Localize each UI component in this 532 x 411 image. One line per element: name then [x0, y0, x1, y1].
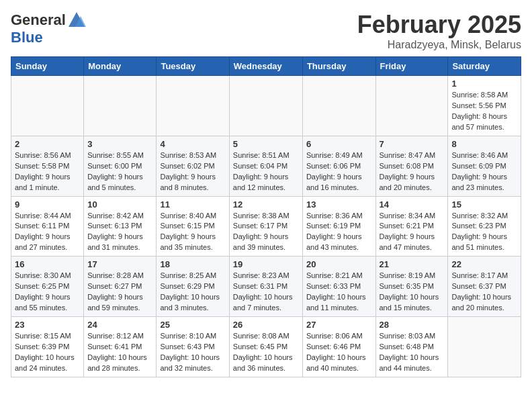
day-info: Sunrise: 8:34 AM Sunset: 6:21 PM Dayligh… [380, 211, 445, 254]
weekday-header: Wednesday [229, 57, 302, 76]
day-number: 19 [233, 259, 299, 269]
logo: General Blue [11, 11, 86, 46]
calendar-header-row: SundayMondayTuesdayWednesdayThursdayFrid… [11, 57, 521, 76]
day-number: 28 [380, 320, 445, 330]
day-info: Sunrise: 8:30 AM Sunset: 6:25 PM Dayligh… [15, 271, 80, 314]
day-info: Sunrise: 8:42 AM Sunset: 6:13 PM Dayligh… [87, 211, 152, 254]
day-number: 1 [451, 79, 517, 89]
day-number: 10 [87, 199, 152, 210]
weekday-header: Thursday [302, 57, 375, 76]
page-header: General Blue February 2025 Haradzyeya, M… [11, 11, 521, 51]
calendar-cell: 10Sunrise: 8:42 AM Sunset: 6:13 PM Dayli… [84, 196, 157, 257]
day-number: 20 [306, 259, 372, 269]
day-number: 4 [160, 139, 225, 149]
calendar-cell: 8Sunrise: 8:46 AM Sunset: 6:09 PM Daylig… [448, 136, 521, 196]
calendar-cell: 27Sunrise: 8:06 AM Sunset: 6:46 PM Dayli… [302, 317, 375, 377]
calendar-cell [11, 76, 84, 136]
day-info: Sunrise: 8:06 AM Sunset: 6:46 PM Dayligh… [306, 331, 372, 374]
day-info: Sunrise: 8:21 AM Sunset: 6:33 PM Dayligh… [306, 271, 372, 314]
day-info: Sunrise: 8:49 AM Sunset: 6:06 PM Dayligh… [306, 150, 372, 193]
calendar-cell: 15Sunrise: 8:32 AM Sunset: 6:23 PM Dayli… [448, 196, 521, 257]
day-info: Sunrise: 8:17 AM Sunset: 6:37 PM Dayligh… [451, 271, 517, 314]
calendar-cell: 13Sunrise: 8:36 AM Sunset: 6:19 PM Dayli… [302, 196, 375, 257]
calendar-week-row: 1Sunrise: 8:58 AM Sunset: 5:56 PM Daylig… [11, 76, 521, 136]
day-info: Sunrise: 8:55 AM Sunset: 6:00 PM Dayligh… [87, 150, 152, 193]
day-info: Sunrise: 8:46 AM Sunset: 6:09 PM Dayligh… [451, 150, 517, 193]
calendar-cell: 17Sunrise: 8:28 AM Sunset: 6:27 PM Dayli… [84, 257, 157, 317]
day-info: Sunrise: 8:28 AM Sunset: 6:27 PM Dayligh… [87, 271, 152, 314]
day-info: Sunrise: 8:12 AM Sunset: 6:41 PM Dayligh… [87, 331, 152, 374]
calendar-cell: 20Sunrise: 8:21 AM Sunset: 6:33 PM Dayli… [302, 257, 375, 317]
day-number: 15 [451, 199, 517, 210]
logo-general-text: General [11, 12, 66, 28]
day-info: Sunrise: 8:36 AM Sunset: 6:19 PM Dayligh… [306, 211, 372, 254]
calendar-cell [157, 76, 229, 136]
calendar-cell: 24Sunrise: 8:12 AM Sunset: 6:41 PM Dayli… [84, 317, 157, 377]
day-info: Sunrise: 8:40 AM Sunset: 6:15 PM Dayligh… [160, 211, 225, 254]
day-info: Sunrise: 8:53 AM Sunset: 6:02 PM Dayligh… [160, 150, 225, 193]
calendar-cell: 21Sunrise: 8:19 AM Sunset: 6:35 PM Dayli… [375, 257, 448, 317]
calendar-cell: 5Sunrise: 8:51 AM Sunset: 6:04 PM Daylig… [229, 136, 302, 196]
day-info: Sunrise: 8:15 AM Sunset: 6:39 PM Dayligh… [15, 331, 80, 374]
calendar-cell: 25Sunrise: 8:10 AM Sunset: 6:43 PM Dayli… [157, 317, 229, 377]
day-number: 8 [451, 139, 517, 149]
calendar-cell: 6Sunrise: 8:49 AM Sunset: 6:06 PM Daylig… [302, 136, 375, 196]
day-info: Sunrise: 8:47 AM Sunset: 6:08 PM Dayligh… [380, 150, 445, 193]
day-number: 6 [306, 139, 372, 149]
calendar-table: SundayMondayTuesdayWednesdayThursdayFrid… [11, 56, 521, 377]
calendar-cell: 9Sunrise: 8:44 AM Sunset: 6:11 PM Daylig… [11, 196, 84, 257]
calendar-week-row: 9Sunrise: 8:44 AM Sunset: 6:11 PM Daylig… [11, 196, 521, 257]
day-number: 24 [87, 320, 152, 330]
day-number: 2 [15, 139, 80, 149]
day-number: 11 [160, 199, 225, 210]
calendar-cell: 23Sunrise: 8:15 AM Sunset: 6:39 PM Dayli… [11, 317, 84, 377]
title-block: February 2025 Haradzyeya, Minsk, Belarus [357, 11, 521, 51]
day-number: 17 [87, 259, 152, 269]
calendar-cell: 19Sunrise: 8:23 AM Sunset: 6:31 PM Dayli… [229, 257, 302, 317]
weekday-header: Tuesday [157, 57, 229, 76]
calendar-cell: 2Sunrise: 8:56 AM Sunset: 5:58 PM Daylig… [11, 136, 84, 196]
calendar-cell: 7Sunrise: 8:47 AM Sunset: 6:08 PM Daylig… [375, 136, 448, 196]
day-number: 21 [380, 259, 445, 269]
calendar-week-row: 23Sunrise: 8:15 AM Sunset: 6:39 PM Dayli… [11, 317, 521, 377]
day-info: Sunrise: 8:32 AM Sunset: 6:23 PM Dayligh… [451, 211, 517, 254]
day-number: 13 [306, 199, 372, 210]
calendar-cell: 16Sunrise: 8:30 AM Sunset: 6:25 PM Dayli… [11, 257, 84, 317]
day-info: Sunrise: 8:58 AM Sunset: 5:56 PM Dayligh… [451, 90, 517, 133]
day-number: 16 [15, 259, 80, 269]
day-info: Sunrise: 8:08 AM Sunset: 6:45 PM Dayligh… [233, 331, 299, 374]
day-number: 26 [233, 320, 299, 330]
weekday-header: Saturday [448, 57, 521, 76]
weekday-header: Friday [375, 57, 448, 76]
day-info: Sunrise: 8:03 AM Sunset: 6:48 PM Dayligh… [380, 331, 445, 374]
day-info: Sunrise: 8:51 AM Sunset: 6:04 PM Dayligh… [233, 150, 299, 193]
location-subtitle: Haradzyeya, Minsk, Belarus [357, 39, 521, 51]
day-number: 23 [15, 320, 80, 330]
logo-icon [67, 11, 86, 30]
logo-blue-text: Blue [11, 30, 86, 46]
weekday-header: Monday [84, 57, 157, 76]
calendar-cell: 28Sunrise: 8:03 AM Sunset: 6:48 PM Dayli… [375, 317, 448, 377]
day-number: 27 [306, 320, 372, 330]
calendar-cell [375, 76, 448, 136]
day-number: 25 [160, 320, 225, 330]
day-info: Sunrise: 8:44 AM Sunset: 6:11 PM Dayligh… [15, 211, 80, 254]
day-number: 22 [451, 259, 517, 269]
day-info: Sunrise: 8:19 AM Sunset: 6:35 PM Dayligh… [380, 271, 445, 314]
day-number: 14 [380, 199, 445, 210]
calendar-cell [302, 76, 375, 136]
month-title: February 2025 [357, 11, 521, 39]
day-number: 3 [87, 139, 152, 149]
calendar-cell: 22Sunrise: 8:17 AM Sunset: 6:37 PM Dayli… [448, 257, 521, 317]
day-number: 9 [15, 199, 80, 210]
day-number: 7 [380, 139, 445, 149]
day-info: Sunrise: 8:38 AM Sunset: 6:17 PM Dayligh… [233, 211, 299, 254]
calendar-cell: 3Sunrise: 8:55 AM Sunset: 6:00 PM Daylig… [84, 136, 157, 196]
calendar-cell: 18Sunrise: 8:25 AM Sunset: 6:29 PM Dayli… [157, 257, 229, 317]
weekday-header: Sunday [11, 57, 84, 76]
calendar-week-row: 2Sunrise: 8:56 AM Sunset: 5:58 PM Daylig… [11, 136, 521, 196]
calendar-cell: 26Sunrise: 8:08 AM Sunset: 6:45 PM Dayli… [229, 317, 302, 377]
calendar-cell: 14Sunrise: 8:34 AM Sunset: 6:21 PM Dayli… [375, 196, 448, 257]
calendar-cell [229, 76, 302, 136]
calendar-cell [448, 317, 521, 377]
